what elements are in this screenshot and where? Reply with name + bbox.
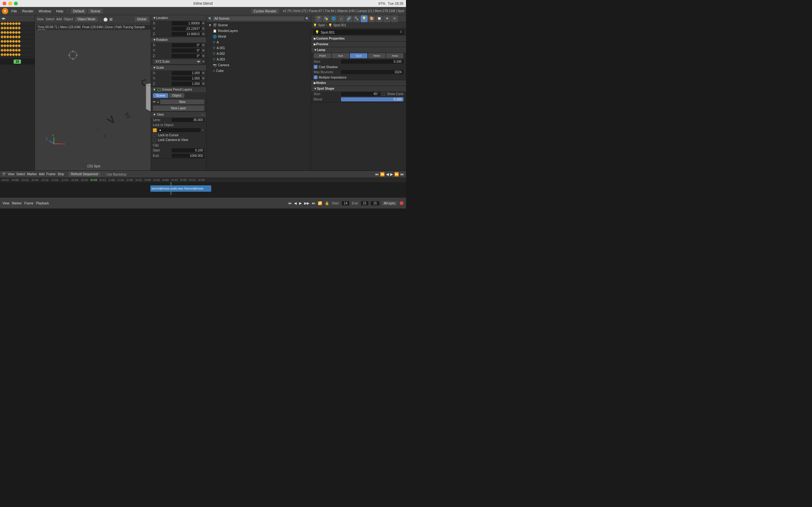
lamp-header[interactable]: ▼ Lamp — [311, 47, 406, 53]
workspace-selector[interactable]: Default — [71, 9, 87, 14]
bottom-skip-end[interactable]: ⏭ — [312, 201, 315, 205]
maximize-button[interactable] — [14, 2, 18, 5]
outliner-item-a002[interactable]: ▽ A.002 — [206, 51, 311, 56]
rot-z-value[interactable]: 0° — [171, 54, 201, 58]
gp-add-icon[interactable]: + — [157, 100, 159, 104]
bottom-next-frame[interactable]: ▶▶ — [304, 201, 309, 205]
loc-x-value[interactable]: 1.00000 — [171, 21, 201, 25]
outliner-search[interactable]: All Scenes — [213, 16, 304, 20]
loc-z-value[interactable]: 14.86815 — [171, 32, 201, 36]
props-tab-object[interactable]: □ — [338, 15, 345, 22]
use-backdrop-checkbox[interactable] — [102, 173, 105, 176]
outliner-item-scene[interactable]: ▼ 🎬 Scene — [206, 22, 311, 28]
lock-confirm[interactable]: ✓ — [202, 129, 204, 132]
props-tab-particles[interactable]: ✦ — [384, 15, 391, 22]
timeline-marker-menu[interactable]: Marker — [27, 172, 37, 176]
menu-window[interactable]: Window — [37, 9, 53, 14]
lens-value[interactable]: 35.000 — [171, 118, 204, 122]
mode-selector[interactable]: Object Mode — [75, 17, 98, 21]
play-button[interactable]: ▶ — [390, 172, 393, 176]
end-frame-value[interactable]: 15 — [361, 201, 368, 205]
loc-y-value[interactable]: -23.22637 — [171, 26, 201, 31]
lock-object-value[interactable]: ● — [158, 128, 200, 132]
viewport-canvas[interactable]: Time:00:08.71 | Mem:128.63M, Peak:128.64… — [35, 23, 151, 170]
object-name-value[interactable]: Spot.001 — [321, 31, 335, 34]
gp-checkbox[interactable] — [157, 88, 160, 91]
outliner-search-icon[interactable]: 🔍 — [305, 17, 309, 20]
loc-y-copy[interactable]: ⧉ — [202, 27, 204, 31]
gp-object-button[interactable]: Object — [169, 93, 184, 98]
lamp-area-button[interactable]: Area — [386, 53, 403, 58]
props-tab-material[interactable]: 🎨 — [368, 15, 375, 22]
multiple-importance-checkbox[interactable]: ✓ — [314, 75, 317, 79]
bottom-play[interactable]: ▶ — [299, 201, 302, 205]
viewport-wire-icon[interactable]: ⊞ — [109, 17, 113, 21]
timeline-strip-menu[interactable]: Strip — [57, 172, 64, 176]
spot-shape-header[interactable]: ▼ Spot Shape — [311, 86, 406, 91]
current-frame-value[interactable]: 15 — [371, 201, 379, 205]
bottom-marker-menu[interactable]: Marker — [12, 202, 22, 205]
rot-y-value[interactable]: 0° — [171, 49, 201, 53]
size-value[interactable]: 0.100 — [341, 60, 403, 64]
timeline-track-area[interactable]: -4+12 -4+00 -3+12 -2+24 -2+12 -1+24 -1+1… — [0, 178, 406, 198]
object-menu[interactable]: Object — [64, 17, 73, 21]
outliner-item-cube[interactable]: □ Cube — [206, 68, 311, 73]
spot-size-value[interactable]: 45° — [341, 92, 380, 96]
gp-scene-button[interactable]: Scene — [153, 93, 168, 98]
rot-y-copy[interactable]: ⧉ — [202, 49, 204, 52]
bottom-lock[interactable]: 🔒 — [325, 201, 329, 205]
engine-selector[interactable]: Cycles Render — [251, 9, 279, 14]
sync-mode-selector[interactable]: AV-sync — [382, 201, 397, 205]
step-forward-button[interactable]: ⏩ — [394, 172, 399, 176]
show-cone-checkbox[interactable] — [382, 93, 385, 96]
preview-header[interactable]: ▶ Preview — [311, 42, 406, 47]
skip-start-button[interactable]: ⏮ — [375, 172, 379, 176]
record-button[interactable] — [400, 201, 403, 205]
start-frame-value[interactable]: 14 — [342, 201, 349, 205]
skip-end-button[interactable]: ⏭ — [400, 172, 404, 176]
props-tab-scene[interactable]: 🎭 — [322, 15, 329, 22]
scale-y-copy[interactable]: ⧉ — [202, 77, 204, 80]
loc-z-copy[interactable]: ⧉ — [202, 32, 204, 36]
custom-properties-header[interactable]: ▶ Custom Properties — [311, 36, 406, 41]
view-menu[interactable]: View — [37, 17, 44, 21]
props-tab-modifier[interactable]: 🔧 — [353, 15, 360, 22]
props-tab-render[interactable]: 🎬 — [315, 15, 322, 22]
location-header[interactable]: ▼ Location — [151, 15, 206, 20]
lamp-spot-button[interactable]: Spot — [350, 53, 367, 58]
add-menu[interactable]: Add — [56, 17, 62, 21]
timeline-select-menu[interactable]: Select — [16, 172, 26, 176]
timeline-frame-menu[interactable]: Frame — [46, 172, 55, 176]
scale-z-value[interactable]: 1.000 — [171, 82, 201, 86]
menu-help[interactable]: Help — [54, 9, 65, 14]
view-section-header[interactable]: ▼ View — — [151, 112, 206, 117]
props-tab-texture[interactable]: 🔲 — [376, 15, 383, 22]
breadcrumb-spot001[interactable]: Spot.001 — [334, 23, 346, 27]
play-back-button[interactable]: ◀ — [386, 172, 389, 176]
timeline-view-menu[interactable]: View — [8, 172, 14, 176]
timeline-add-menu[interactable]: Add — [39, 172, 44, 176]
minimize-button[interactable] — [8, 2, 12, 5]
bottom-loop[interactable]: 🔁 — [318, 201, 322, 205]
menu-render[interactable]: Render — [20, 9, 36, 14]
scene-selector[interactable]: Scene — [88, 9, 103, 14]
outliner-item-a001[interactable]: ▽ A.001 — [206, 45, 311, 51]
bottom-playback-menu[interactable]: Playback — [36, 202, 49, 205]
clip-end-value[interactable]: 1000.000 — [171, 154, 204, 158]
nodes-header[interactable]: ▶ Nodes — [311, 80, 406, 86]
close-button[interactable] — [3, 2, 6, 5]
bottom-skip-start[interactable]: ⏮ — [288, 201, 292, 205]
rot-z-copy[interactable]: ⧉ — [202, 54, 204, 58]
max-bounces-value[interactable]: 1024 — [341, 70, 403, 74]
outliner-item-a[interactable]: ▽ A — [206, 39, 311, 45]
rotation-header[interactable]: ▼ Rotation — [151, 37, 206, 43]
blend-value[interactable]: 0.150 — [341, 97, 403, 101]
bottom-view-menu[interactable]: View — [3, 202, 9, 205]
clip-start-value[interactable]: 0.100 — [171, 148, 204, 153]
scale-header[interactable]: ▼ Scale — [151, 65, 206, 70]
object-name-field[interactable]: 💡 Spot.001 F — [313, 30, 404, 35]
viewport-shading-icon[interactable]: ⬤ — [103, 17, 107, 21]
view-minus[interactable]: — — [201, 113, 204, 116]
lamp-point-button[interactable]: Point — [314, 53, 331, 58]
scale-x-copy[interactable]: ⧉ — [202, 71, 204, 75]
